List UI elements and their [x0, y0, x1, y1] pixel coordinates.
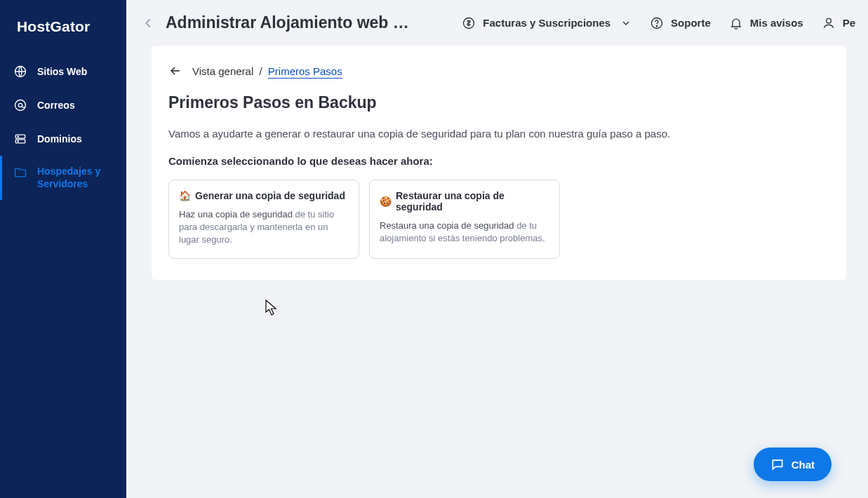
topbar-billing[interactable]: Facturas y Suscripciones: [458, 11, 636, 36]
restore-icon: 🍪: [380, 196, 392, 207]
topbar-back-button[interactable]: [140, 15, 156, 31]
card-restore-backup[interactable]: 🍪 Restaurar una copia de seguridad Resta…: [369, 180, 560, 259]
breadcrumb-current: Primeros Pasos: [268, 65, 342, 79]
svg-point-6: [18, 141, 18, 142]
chevron-down-icon: [620, 18, 632, 29]
bell-icon: [729, 16, 743, 30]
svg-point-1: [15, 100, 26, 111]
sidebar-item-label: Correos: [37, 100, 75, 111]
section-description: Vamos a ayudarte a generar o restaurar u…: [168, 128, 829, 140]
globe-icon: [13, 65, 27, 79]
topbar-support-label: Soporte: [671, 17, 711, 29]
help-circle-icon: [650, 16, 664, 30]
card-generate-backup[interactable]: 🏠 Generar una copia de seguridad Haz una…: [168, 180, 359, 259]
chat-label: Chat: [792, 459, 815, 471]
topbar-profile[interactable]: Pe: [817, 11, 855, 36]
breadcrumb-back-button[interactable]: [168, 64, 182, 78]
topbar-profile-label: Pe: [843, 17, 855, 29]
folder-icon: [13, 166, 27, 180]
breadcrumb-separator: /: [256, 65, 265, 77]
sidebar-item-sites[interactable]: Sitios Web: [0, 55, 126, 88]
topbar: Administrar Alojamiento web o … Facturas…: [126, 0, 868, 46]
card-title-text: Restaurar una copia de seguridad: [396, 190, 549, 213]
sidebar-item-hosting[interactable]: Hospedajes y Servidores: [0, 156, 126, 200]
dollar-circle-icon: [462, 16, 476, 30]
brand-logo: HostGator: [0, 0, 126, 55]
card-title: 🏠 Generar una copia de seguridad: [179, 190, 349, 201]
card-description: Haz una copia de seguridad de tu sitio p…: [179, 208, 349, 247]
sidebar-item-label: Dominios: [37, 133, 82, 144]
topbar-notifications-label: Mis avisos: [750, 17, 803, 29]
topbar-support[interactable]: Soporte: [646, 11, 715, 36]
page-title: Administrar Alojamiento web o …: [166, 13, 418, 32]
at-icon: [13, 98, 27, 112]
card-title: 🍪 Restaurar una copia de seguridad: [380, 190, 549, 213]
breadcrumb: Vista general / Primeros Pasos: [192, 65, 342, 77]
sidebar-nav: Sitios Web Correos Dominios Hospedajes y…: [0, 55, 126, 200]
svg-point-2: [18, 103, 22, 107]
sidebar: HostGator Sitios Web Correos Dominios Ho…: [0, 0, 126, 498]
content-card: Vista general / Primeros Pasos Primeros …: [152, 46, 846, 280]
mouse-cursor-icon: [265, 300, 278, 316]
topbar-notifications[interactable]: Mis avisos: [725, 11, 808, 36]
card-title-text: Generar una copia de seguridad: [195, 190, 345, 201]
topbar-billing-label: Facturas y Suscripciones: [483, 17, 610, 29]
svg-point-10: [826, 18, 831, 23]
section-subheading: Comienza seleccionando lo que deseas hac…: [168, 155, 829, 167]
user-icon: [822, 16, 836, 30]
server-icon: [13, 132, 27, 146]
breadcrumb-root[interactable]: Vista general: [192, 65, 253, 77]
svg-point-5: [18, 136, 18, 137]
chat-icon: [770, 457, 784, 471]
chat-button[interactable]: Chat: [754, 447, 832, 481]
sidebar-item-label: Hospedajes y Servidores: [37, 166, 115, 190]
sidebar-item-label: Sitios Web: [37, 66, 87, 77]
svg-point-9: [656, 25, 657, 26]
option-cards: 🏠 Generar una copia de seguridad Haz una…: [168, 180, 829, 259]
sidebar-item-domains[interactable]: Dominios: [0, 122, 126, 156]
breadcrumb-row: Vista general / Primeros Pasos: [168, 64, 829, 78]
sidebar-item-mail[interactable]: Correos: [0, 88, 126, 122]
house-icon: 🏠: [179, 190, 191, 201]
section-title: Primeros Pasos en Backup: [168, 93, 829, 112]
card-description: Restaura una copia de seguridad de tu al…: [380, 220, 549, 245]
